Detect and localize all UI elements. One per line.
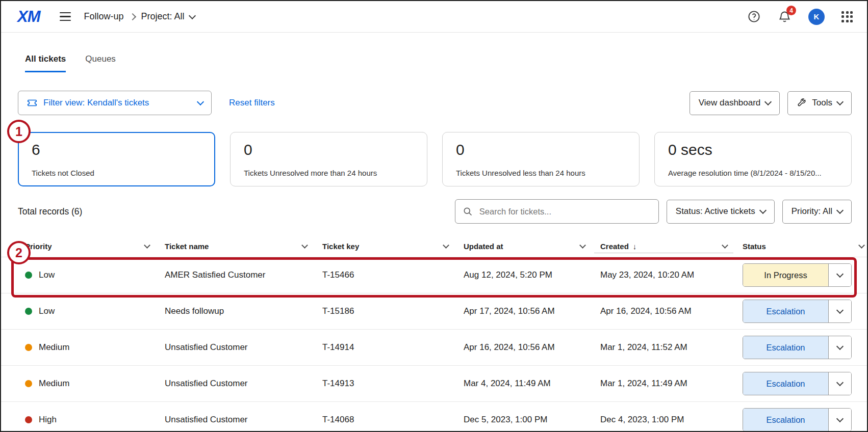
updated-at-cell: Mar 4, 2024, 11:49 AM bbox=[464, 379, 600, 389]
chevron-down-icon bbox=[836, 343, 844, 350]
table-row[interactable]: Medium Unsatisfied Customer T-14913 Mar … bbox=[1, 365, 867, 401]
status-dropdown[interactable]: In Progress bbox=[743, 263, 852, 287]
chevron-down-icon bbox=[189, 12, 196, 19]
column-header-priority[interactable]: Priority bbox=[25, 242, 165, 251]
priority-cell: Low bbox=[25, 270, 165, 280]
column-header-created[interactable]: Created ↓ bbox=[600, 242, 743, 251]
xm-logo: XM bbox=[17, 8, 40, 26]
updated-at-cell: Aug 12, 2024, 5:20 PM bbox=[464, 270, 600, 280]
tools-label: Tools bbox=[812, 98, 832, 108]
stat-label: Tickets Unresolved more than 24 hours bbox=[244, 169, 414, 177]
chevron-down-icon bbox=[836, 98, 844, 105]
notifications-badge: 4 bbox=[786, 6, 796, 15]
chevron-down-icon bbox=[836, 271, 844, 278]
stat-card-tickets-not-closed[interactable]: 6 Tickets not Closed bbox=[18, 132, 215, 186]
priority-dot-low bbox=[25, 308, 32, 315]
chevron-down-icon bbox=[836, 415, 844, 422]
priority-cell: High bbox=[25, 415, 165, 425]
filter-view-label: Filter view: Kendall's tickets bbox=[43, 98, 149, 108]
priority-dot-low bbox=[25, 272, 32, 279]
status-dropdown[interactable]: Escalation bbox=[743, 300, 852, 323]
avatar[interactable]: K bbox=[808, 9, 825, 25]
priority-filter-label: Priority: All bbox=[792, 206, 832, 217]
created-cell: Apr 16, 2024, 10:56 AM bbox=[600, 306, 743, 316]
stat-card-avg-resolution-time[interactable]: 0 secs Average resolution time (8/1/2024… bbox=[654, 132, 852, 186]
status-dropdown[interactable]: Escalation bbox=[743, 336, 852, 359]
status-dropdown[interactable]: Escalation bbox=[743, 408, 852, 431]
ticket-icon bbox=[27, 97, 38, 109]
updated-at-cell: Apr 17, 2024, 10:56 AM bbox=[464, 306, 600, 316]
column-header-status[interactable]: Status bbox=[743, 242, 852, 251]
table-row[interactable]: Low Needs followup T-15186 Apr 17, 2024,… bbox=[1, 293, 867, 329]
column-header-ticket-key[interactable]: Ticket key bbox=[322, 242, 464, 251]
priority-filter-dropdown[interactable]: Priority: All bbox=[782, 200, 852, 224]
view-dashboard-button[interactable]: View dashboard bbox=[690, 91, 780, 115]
tab-bar: All tickets Queues bbox=[25, 54, 116, 72]
priority-cell: Medium bbox=[25, 342, 165, 353]
status-caret[interactable] bbox=[828, 372, 851, 395]
search-icon bbox=[463, 206, 473, 217]
status-caret[interactable] bbox=[828, 300, 851, 322]
sort-descending-icon: ↓ bbox=[633, 242, 637, 251]
stat-card-unresolved-more-24h[interactable]: 0 Tickets Unresolved more than 24 hours bbox=[230, 132, 427, 186]
created-cell: Mar 1, 2024, 11:49 AM bbox=[600, 379, 743, 389]
status-filter-dropdown[interactable]: Status: Active tickets bbox=[667, 200, 775, 224]
apps-grid-icon[interactable] bbox=[841, 11, 853, 22]
chevron-down-icon bbox=[579, 242, 586, 249]
search-input[interactable] bbox=[478, 206, 651, 217]
chevron-down-icon bbox=[836, 207, 844, 214]
tab-all-tickets[interactable]: All tickets bbox=[25, 54, 66, 72]
reset-filters-link[interactable]: Reset filters bbox=[229, 98, 275, 108]
status-dropdown[interactable]: Escalation bbox=[743, 372, 852, 395]
stat-card-unresolved-less-24h[interactable]: 0 Tickets Unresolved less than 24 hours bbox=[442, 132, 640, 186]
status-label: In Progress bbox=[743, 264, 828, 286]
priority-cell: Low bbox=[25, 306, 165, 316]
breadcrumb-project-label: Project: All bbox=[141, 11, 185, 22]
chevron-down-icon bbox=[443, 242, 449, 249]
breadcrumb-project-dropdown[interactable]: Project: All bbox=[141, 11, 195, 22]
ticket-name-cell: Unsatisfied Customer bbox=[165, 379, 322, 389]
status-label: Escalation bbox=[743, 372, 828, 395]
filter-view-dropdown[interactable]: Filter view: Kendall's tickets bbox=[18, 91, 212, 115]
status-label: Escalation bbox=[743, 409, 828, 431]
priority-dot-medium bbox=[25, 344, 32, 351]
table-header-row: Priority Ticket name Ticket key Updated … bbox=[25, 235, 852, 257]
table-row[interactable]: High Unsatisfied Customer T-14068 Dec 5,… bbox=[1, 401, 867, 432]
total-records-label: Total records (6) bbox=[18, 206, 82, 217]
status-caret[interactable] bbox=[828, 264, 851, 286]
stat-cards-row: 6 Tickets not Closed 0 Tickets Unresolve… bbox=[18, 132, 852, 186]
chevron-down-icon bbox=[836, 379, 844, 386]
wrench-icon bbox=[797, 98, 807, 108]
priority-dot-high bbox=[25, 416, 32, 423]
records-bar: Total records (6) Status: Active tickets… bbox=[18, 199, 852, 224]
tab-queues[interactable]: Queues bbox=[85, 54, 116, 72]
topbar-actions: 4 K bbox=[747, 9, 853, 25]
status-caret[interactable] bbox=[828, 336, 851, 359]
table-row[interactable]: Medium Unsatisfied Customer T-14914 Apr … bbox=[1, 329, 867, 365]
hamburger-menu-icon[interactable] bbox=[60, 12, 71, 21]
ticket-name-cell: Needs followup bbox=[165, 306, 322, 316]
updated-at-cell: Dec 5, 2023, 1:00 PM bbox=[464, 415, 600, 425]
breadcrumb-section[interactable]: Follow-up bbox=[84, 11, 124, 22]
status-caret[interactable] bbox=[828, 409, 851, 431]
annotation-step-2: 2 bbox=[7, 241, 31, 264]
chevron-down-icon bbox=[301, 242, 308, 249]
view-dashboard-label: View dashboard bbox=[699, 98, 761, 108]
priority-dot-medium bbox=[25, 380, 32, 387]
column-header-ticket-name[interactable]: Ticket name bbox=[165, 242, 322, 251]
top-navigation-bar: XM Follow-up Project: All bbox=[1, 1, 867, 33]
table-row[interactable]: Low AMER Satisfied Customer T-15466 Aug … bbox=[1, 257, 867, 293]
chevron-down-icon bbox=[197, 98, 204, 105]
priority-cell: Medium bbox=[25, 379, 165, 389]
chevron-down-icon bbox=[836, 307, 844, 314]
tools-button[interactable]: Tools bbox=[787, 91, 852, 115]
ticket-key-cell: T-15186 bbox=[322, 306, 464, 316]
notifications-button[interactable]: 4 bbox=[778, 10, 792, 23]
help-icon bbox=[747, 10, 761, 23]
ticket-key-cell: T-14913 bbox=[322, 379, 464, 389]
stat-value: 0 bbox=[456, 141, 626, 158]
help-button[interactable] bbox=[747, 10, 761, 23]
column-header-updated-at[interactable]: Updated at bbox=[464, 242, 600, 251]
status-label: Escalation bbox=[743, 300, 828, 322]
status-label: Escalation bbox=[743, 336, 828, 359]
